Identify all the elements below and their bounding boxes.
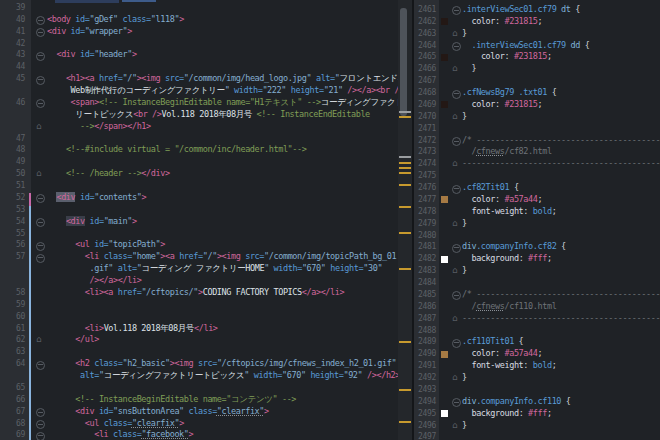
code-row[interactable]: 2462color: #231815; [414,16,660,28]
code-row[interactable]: 2497 [414,431,660,440]
code-row[interactable]: 42 [0,38,398,50]
code-row[interactable]: .gif" alt="コーディング ファクトリーHOME" width="670… [0,263,398,275]
fold-collapse-icon[interactable] [36,242,45,251]
fold-collapse-icon[interactable] [36,432,45,440]
fold-collapse-icon[interactable] [452,90,461,99]
code-row[interactable]: 2465color: #231815; [414,51,660,63]
fold-end-icon[interactable]: ⌂ [36,168,42,180]
code-row[interactable]: alt="コーディングファクトリートピックス" width="670" heig… [0,370,398,382]
code-row[interactable]: 41<div id="wrapper"> [0,26,398,38]
fold-end-icon[interactable]: ⌂ [452,111,458,123]
fold-end-icon[interactable]: ⌂ [452,28,458,40]
fold-collapse-icon[interactable] [36,28,45,37]
code-row[interactable]: 61<li>Vol.118 2018年08月号</li> [0,323,398,335]
code-row[interactable]: 57<li class="home"><a href="/"><img src=… [0,251,398,263]
code-row[interactable]: 48<!--#include virtual = "/common/inc/he… [0,144,398,156]
code-row[interactable]: 2474⌂-----------------------------------… [414,158,660,170]
code-row[interactable]: 2475 [414,170,660,182]
code-row[interactable]: 2491font-weight: bold; [414,360,660,372]
code-row[interactable]: 2487⌂-----------------------------------… [414,313,660,325]
code-row[interactable]: 49 [0,156,398,168]
fold-collapse-icon[interactable] [452,244,461,253]
code-row[interactable]: 2470⌂} [414,111,660,123]
fold-end-icon[interactable]: ⌂ [452,218,458,230]
code-row[interactable]: 2495background: #fff; [414,408,660,420]
code-row[interactable]: 45<h1><a href="/"><img src="/common/img/… [0,73,398,85]
code-row[interactable]: 2472/* ---------------------------------… [414,135,660,147]
code-row[interactable]: 62⌂</ul> [0,334,398,346]
fold-collapse-icon[interactable] [36,99,45,108]
fold-collapse-icon[interactable] [36,361,45,370]
code-row[interactable]: 2477color: #a57a44; [414,194,660,206]
fold-collapse-icon[interactable] [36,420,45,429]
fold-collapse-icon[interactable] [36,254,45,263]
fold-collapse-icon[interactable] [36,194,45,203]
fold-end-icon[interactable]: ⌂ [452,63,458,75]
code-row[interactable]: /></a></li> [0,275,398,287]
code-row[interactable]: 40<body id="gDef" class="l118"> [0,14,398,26]
code-row[interactable]: 59 [0,299,398,311]
fold-end-icon[interactable]: ⌂ [452,158,458,170]
fold-collapse-icon[interactable] [36,218,45,227]
code-row[interactable]: 56<ul id="topicPath"> [0,239,398,251]
code-row[interactable]: 44 [0,61,398,73]
code-row[interactable]: 2479⌂} [414,218,660,230]
code-row[interactable]: Web制作代行のコーディングファクトリー" width="222" height… [0,85,398,97]
code-row[interactable]: 46<span><!-- InstanceBeginEditable name=… [0,97,398,109]
code-row[interactable]: 2469color: #231815; [414,99,660,111]
code-row[interactable]: 43<div id="header"> [0,49,398,61]
code-row[interactable]: 2481div.companyInfo.cf82 { [414,241,660,253]
code-row[interactable]: 67<div id="snsButtonArea" class="clearfi… [0,406,398,418]
code-row[interactable]: 2494div.companyInfo.cf110 { [414,396,660,408]
code-row[interactable]: 2493 [414,384,660,396]
code-row[interactable]: 2471 [414,123,660,135]
fold-collapse-icon[interactable] [452,6,461,15]
code-row[interactable]: 2489.cf110Tit01 { [414,336,660,348]
code-row[interactable]: 52<div id="contents"> [0,192,398,204]
code-row[interactable]: 2482background: #fff; [414,253,660,265]
code-row[interactable]: 2483⌂} [414,265,660,277]
code-row[interactable]: 2486/cfnews/cf110.html [414,301,660,313]
fold-collapse-icon[interactable] [36,76,45,85]
code-row[interactable]: 39 [0,2,398,14]
code-row[interactable]: 2468.cfNewsBg79 .txt01 { [414,87,660,99]
fold-collapse-icon[interactable] [452,398,461,407]
code-row[interactable]: 50⌂<!-- /header --></div> [0,168,398,180]
fold-collapse-icon[interactable] [452,339,461,348]
code-row[interactable]: 2480 [414,230,660,242]
code-row[interactable]: 2476.cf82Tit01 { [414,182,660,194]
code-row[interactable]: 66<!-- InstanceBeginEditable name="コンテンツ… [0,394,398,406]
code-row[interactable]: 58<li><a href="/cftopics/">CODING FACTOR… [0,287,398,299]
fold-end-icon[interactable]: ⌂ [452,372,458,384]
code-row[interactable]: 47 [0,133,398,145]
code-row[interactable]: 64<h2 class="h2_basic"><img src="/cftopi… [0,358,398,370]
fold-collapse-icon[interactable] [452,137,461,146]
code-row[interactable]: 65 [0,382,398,394]
code-row[interactable]: 51 [0,180,398,192]
code-row[interactable]: 55 [0,228,398,240]
code-row[interactable]: 68<ul class="clearfix"> [0,418,398,430]
fold-collapse-icon[interactable] [36,52,45,61]
scrollbar-thumb[interactable] [400,8,407,116]
fold-end-icon[interactable]: ⌂ [452,420,458,432]
code-row[interactable]: 2473/cfnews/cf82.html [414,146,660,158]
code-row[interactable]: 2492⌂} [414,372,660,384]
code-row[interactable]: 2478font-weight: bold; [414,206,660,218]
fold-end-icon[interactable]: ⌂ [36,334,42,346]
code-row[interactable]: 54<div id="main"> [0,216,398,228]
code-row[interactable]: 2485/* ---------------------------------… [414,289,660,301]
code-row[interactable]: 63 [0,346,398,358]
code-row[interactable]: ⌂--></span></h1> [0,121,398,133]
fold-end-icon[interactable]: ⌂ [452,265,458,277]
code-row[interactable]: 69<li class="facebook"> [0,429,398,440]
fold-end-icon[interactable]: ⌂ [36,121,42,133]
code-row[interactable]: 2496⌂} [414,420,660,432]
fold-collapse-icon[interactable] [452,42,461,51]
fold-end-icon[interactable]: ⌂ [452,313,458,325]
fold-collapse-icon[interactable] [452,185,461,194]
code-row[interactable]: 2488 [414,325,660,337]
code-row[interactable]: リートピックス<br />Vol.118 2018年08月号 <!-- Inst… [0,109,398,121]
code-row[interactable]: 2466⌂} [414,63,660,75]
code-row[interactable]: 2490color: #a57a44; [414,348,660,360]
code-row[interactable]: 2484 [414,277,660,289]
